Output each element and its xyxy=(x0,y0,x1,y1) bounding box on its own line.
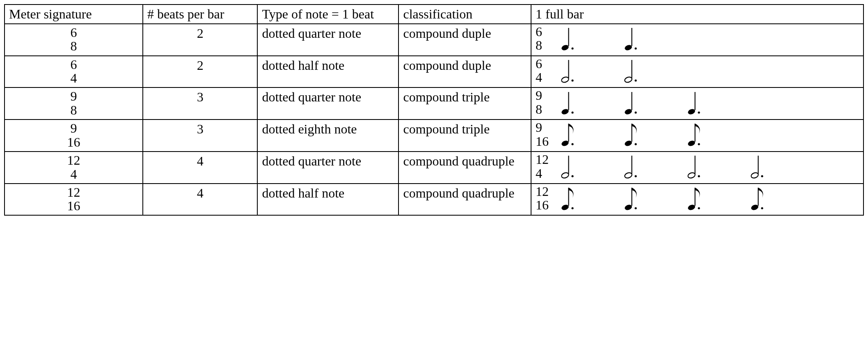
music-note-icon xyxy=(687,153,705,179)
svg-point-29 xyxy=(698,143,700,145)
svg-point-35 xyxy=(634,175,637,177)
music-note-icon xyxy=(623,57,641,84)
svg-point-3 xyxy=(624,44,632,51)
table-row: 983dotted quarter notecompound triple98 xyxy=(5,87,863,120)
svg-point-26 xyxy=(634,143,637,145)
bar-meter-bottom: 4 xyxy=(536,71,550,85)
header-classification: classification xyxy=(399,5,531,24)
svg-point-47 xyxy=(634,207,637,209)
bar-meter-top: 9 xyxy=(536,121,550,135)
bar-meter-top: 9 xyxy=(536,89,550,103)
bar-meter-stack: 1216 xyxy=(536,185,550,212)
classification-cell: compound quadruple xyxy=(399,152,531,184)
bar-meter-top: 12 xyxy=(536,153,550,167)
music-note-icon xyxy=(623,185,641,212)
svg-point-38 xyxy=(698,175,700,177)
classification-cell: compound quadruple xyxy=(399,184,531,216)
svg-point-23 xyxy=(571,143,573,145)
music-note-icon xyxy=(623,25,641,52)
music-note-icon xyxy=(560,185,578,212)
svg-point-9 xyxy=(624,76,632,83)
notes-row xyxy=(560,121,705,147)
header-note-type: Type of note = 1 beat xyxy=(257,5,399,24)
svg-point-27 xyxy=(687,140,696,147)
svg-point-12 xyxy=(561,108,569,115)
meter-signature-cell: 68 xyxy=(5,24,143,56)
svg-point-36 xyxy=(687,172,696,179)
bar-meter-bottom: 16 xyxy=(536,135,550,149)
meter-top: 9 xyxy=(67,122,80,136)
classification-cell: compound duple xyxy=(399,56,531,88)
bar-meter-stack: 124 xyxy=(536,153,550,180)
svg-point-15 xyxy=(624,108,632,115)
music-note-icon xyxy=(560,121,578,147)
beats-cell: 3 xyxy=(143,120,258,152)
meter-bottom: 16 xyxy=(67,136,80,149)
music-note-icon xyxy=(687,121,705,147)
meter-signature-cell: 124 xyxy=(5,152,143,184)
bar-meter-bottom: 4 xyxy=(536,167,550,181)
table-row: 642dotted half notecompound duple64 xyxy=(5,56,863,88)
bar-meter-top: 6 xyxy=(536,25,550,39)
table-row: 12164dotted half notecompound quadruple1… xyxy=(5,184,863,216)
table-row: 682dotted quarter notecompound duple68 xyxy=(5,24,863,56)
full-bar-cell: 1216 xyxy=(531,184,863,216)
svg-point-5 xyxy=(634,47,637,49)
bar-meter-bottom: 16 xyxy=(536,198,550,212)
bar-meter-stack: 64 xyxy=(536,57,550,85)
music-note-icon xyxy=(687,185,705,212)
meter-top: 9 xyxy=(70,90,77,103)
svg-point-41 xyxy=(761,175,763,177)
meter-bottom: 4 xyxy=(70,71,77,85)
bar-meter-stack: 68 xyxy=(536,25,550,53)
svg-point-18 xyxy=(687,108,696,115)
svg-point-44 xyxy=(571,207,573,209)
meter-top: 6 xyxy=(70,26,77,40)
meter-bottom: 8 xyxy=(70,103,77,117)
music-note-icon xyxy=(750,185,768,212)
svg-point-2 xyxy=(571,47,573,49)
meter-signature-cell: 98 xyxy=(5,87,143,120)
full-bar-cell: 916 xyxy=(531,120,863,152)
svg-point-32 xyxy=(571,175,573,177)
beats-cell: 2 xyxy=(143,24,258,56)
svg-point-21 xyxy=(561,140,569,147)
meter-table: Meter signature # beats per bar Type of … xyxy=(4,4,864,216)
full-bar-cell: 98 xyxy=(531,87,863,120)
meter-bottom: 8 xyxy=(70,39,77,53)
meter-top: 12 xyxy=(67,154,80,168)
bar-meter-stack: 916 xyxy=(536,121,550,148)
svg-point-0 xyxy=(561,44,569,51)
music-note-icon xyxy=(750,153,768,179)
notes-row xyxy=(560,57,641,84)
meter-bottom: 4 xyxy=(67,168,80,182)
svg-point-11 xyxy=(634,79,637,81)
svg-point-14 xyxy=(571,111,573,113)
music-note-icon xyxy=(560,25,578,52)
meter-signature-cell: 64 xyxy=(5,56,143,88)
full-bar-cell: 64 xyxy=(531,56,863,88)
svg-point-6 xyxy=(561,76,569,83)
notes-row xyxy=(560,185,768,212)
notes-row xyxy=(560,25,641,52)
note-type-cell: dotted quarter note xyxy=(257,24,399,56)
header-meter: Meter signature xyxy=(5,5,143,24)
svg-point-8 xyxy=(571,79,573,81)
header-beats: # beats per bar xyxy=(143,5,258,24)
svg-point-39 xyxy=(750,172,759,179)
bar-meter-stack: 98 xyxy=(536,89,550,116)
music-note-icon xyxy=(623,90,641,116)
meter-signature-cell: 916 xyxy=(5,120,143,152)
note-type-cell: dotted quarter note xyxy=(257,87,399,120)
beats-cell: 4 xyxy=(143,152,258,184)
beats-cell: 2 xyxy=(143,56,258,88)
note-type-cell: dotted eighth note xyxy=(257,120,399,152)
full-bar-cell: 124 xyxy=(531,152,863,184)
notes-row xyxy=(560,153,768,179)
music-note-icon xyxy=(623,121,641,147)
svg-point-17 xyxy=(634,111,637,113)
music-note-icon xyxy=(560,57,578,84)
bar-meter-top: 12 xyxy=(536,185,550,199)
meter-top: 12 xyxy=(67,186,80,200)
svg-point-30 xyxy=(561,172,569,179)
